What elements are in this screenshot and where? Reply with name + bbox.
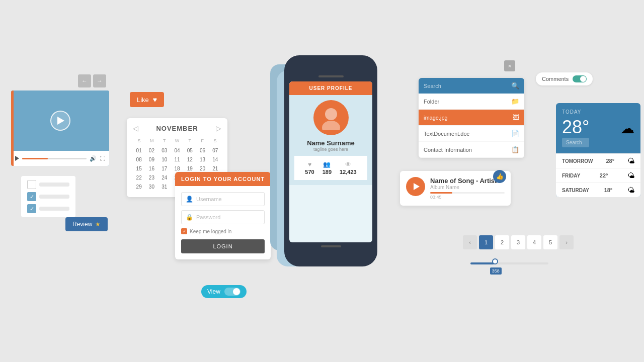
review-button[interactable]: Review ★ <box>65 217 108 231</box>
view-toggle[interactable]: View <box>201 285 247 298</box>
video-controls: 🔊 ⛶ <box>11 151 109 166</box>
stat-likes: ♥ 570 <box>305 161 314 175</box>
video-screen[interactable] <box>11 90 109 151</box>
views-count: 12,423 <box>340 169 357 175</box>
page-1-button[interactable]: 1 <box>479 235 493 249</box>
weather-friday-label: FRIDAY <box>562 173 580 178</box>
like-button[interactable]: Like ♥ <box>130 92 164 107</box>
doc-icon: 📄 <box>511 130 519 137</box>
page-5-button[interactable]: 5 <box>543 235 557 249</box>
page-2-button[interactable]: 2 <box>495 235 509 249</box>
weather-today-info: TODAY 28° Search <box>562 109 589 147</box>
calendar-day-14[interactable]: 14 <box>209 155 221 164</box>
slider-thumb[interactable] <box>492 258 498 264</box>
calendar-day-23[interactable]: 23 <box>145 173 157 182</box>
keep-logged-checkbox[interactable] <box>181 228 187 234</box>
calendar-day-30[interactable]: 30 <box>145 183 157 191</box>
slider-track[interactable]: 358 <box>470 262 548 264</box>
weather-friday-icon: 🌤 <box>627 171 634 179</box>
slider-container: 358 <box>470 262 548 264</box>
video-progress-bar[interactable] <box>22 158 87 159</box>
page-3-button[interactable]: 3 <box>511 235 525 249</box>
calendar-day-02[interactable]: 02 <box>145 146 157 155</box>
calendar-day-05[interactable]: 05 <box>184 146 196 155</box>
expand-icon[interactable]: ⛶ <box>100 155 105 161</box>
file-manager-close-button[interactable]: × <box>504 60 515 71</box>
svg-point-0 <box>325 108 337 120</box>
phone-mockup-container: USER PROFILE Name Surname tagline goes h… <box>284 55 377 266</box>
calendar-day-15[interactable]: 15 <box>133 164 145 173</box>
play-mini-icon[interactable] <box>15 154 19 163</box>
calendar-day-22[interactable]: 22 <box>133 173 145 182</box>
doc-name: TextDocument.doc <box>424 131 507 137</box>
calendar-day-17[interactable]: 17 <box>158 164 171 173</box>
video-prev-button[interactable]: ← <box>78 74 91 87</box>
password-field[interactable]: 🔒 Password <box>181 210 265 224</box>
thumbs-up-icon: 👍 <box>496 173 504 180</box>
calendar-day-16[interactable]: 16 <box>145 164 157 173</box>
calendar-day-07[interactable]: 07 <box>209 146 221 155</box>
file-item-contact[interactable]: Contact Information 📋 <box>419 142 524 158</box>
weather-widget: TODAY 28° Search ☁ TOMORROW 28° 🌤 FRIDAY… <box>556 103 640 197</box>
calendar-day-01[interactable]: 01 <box>133 146 145 155</box>
page-4-button[interactable]: 4 <box>527 235 541 249</box>
volume-icon[interactable]: 🔊 <box>90 155 97 162</box>
calendar-next-button[interactable]: ▷ <box>216 124 221 132</box>
calendar-day-04[interactable]: 04 <box>171 146 183 155</box>
phone-home-bar <box>321 245 341 247</box>
video-navigation: ← → <box>78 74 106 87</box>
calendar-day-29[interactable]: 29 <box>133 183 145 191</box>
weather-search[interactable]: Search <box>562 138 589 147</box>
weather-tomorrow-icon: 🌤 <box>627 157 634 165</box>
search-input[interactable]: Search <box>424 83 508 89</box>
pagination-prev-button[interactable]: ‹ <box>463 235 477 249</box>
slider-fill <box>470 262 494 264</box>
calendar-day-13[interactable]: 13 <box>196 155 208 164</box>
calendar-prev-button[interactable]: ◁ <box>133 124 138 132</box>
login-button[interactable]: LOGIN <box>181 239 265 253</box>
image-icon: 🖼 <box>513 114 519 121</box>
weather-today-icon: ☁ <box>620 120 634 137</box>
password-input[interactable]: Password <box>196 214 260 220</box>
svg-point-1 <box>322 121 340 130</box>
calendar-day-31[interactable]: 31 <box>158 183 171 191</box>
calendar-day-11[interactable]: 11 <box>171 155 183 164</box>
folder-name: Folder <box>424 99 507 105</box>
calendar-title: NOVEMBER <box>156 125 198 132</box>
checkbox-2[interactable] <box>27 192 36 201</box>
star-icon: ★ <box>95 221 101 228</box>
view-label: View <box>207 288 220 295</box>
calendar-day-12[interactable]: 12 <box>184 155 196 164</box>
calendar-day-09[interactable]: 09 <box>145 155 157 164</box>
file-item-folder[interactable]: Folder 📁 <box>419 94 524 110</box>
checkbox-3[interactable] <box>27 204 36 213</box>
calendar-day-03[interactable]: 03 <box>158 146 171 155</box>
comments-toggle[interactable]: Comments <box>536 72 593 85</box>
music-progress-bar[interactable] <box>430 192 505 194</box>
checkbox-1[interactable] <box>27 180 36 189</box>
toggle-switch[interactable] <box>224 288 240 296</box>
weather-saturday-temp: 18° <box>604 187 613 193</box>
music-play-button[interactable] <box>406 177 425 196</box>
calendar-day-24[interactable]: 24 <box>158 173 171 182</box>
weather-row-saturday: SATURDAY 18° 🌤 <box>556 183 640 197</box>
toggle-knob <box>233 288 240 295</box>
username-field[interactable]: 👤 Username <box>181 192 265 206</box>
video-next-button[interactable]: → <box>93 74 106 87</box>
comments-toggle-switch[interactable] <box>573 75 587 82</box>
calendar-day-10[interactable]: 10 <box>158 155 171 164</box>
file-item-image[interactable]: image.jpg 🖼 <box>419 110 524 126</box>
search-bar: Search 🔍 <box>419 78 524 94</box>
username-input[interactable]: Username <box>196 196 260 202</box>
contact-name: Contact Information <box>424 147 507 153</box>
play-button-large[interactable] <box>50 111 70 131</box>
stat-views: 👁 12,423 <box>340 161 357 175</box>
music-like-badge[interactable]: 👍 <box>493 170 506 183</box>
check-label-1 <box>39 183 69 187</box>
search-icon[interactable]: 🔍 <box>511 82 519 89</box>
pagination-next-button[interactable]: › <box>559 235 574 249</box>
calendar-day-06[interactable]: 06 <box>196 146 208 155</box>
file-manager: Search 🔍 Folder 📁 image.jpg 🖼 TextDocume… <box>419 78 524 158</box>
file-item-doc[interactable]: TextDocument.doc 📄 <box>419 126 524 142</box>
calendar-day-08[interactable]: 08 <box>133 155 145 164</box>
